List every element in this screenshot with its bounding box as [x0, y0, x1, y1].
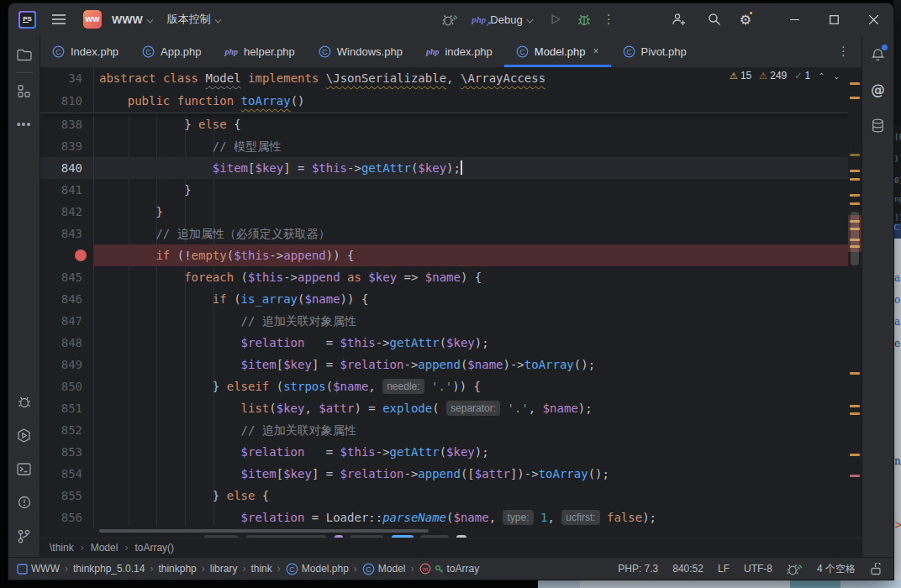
version-control-icon[interactable] [13, 525, 35, 547]
code-text-850[interactable]: } elseif (strpos($name, needle: '.')) { [94, 375, 848, 397]
debug-listener-icon[interactable] [440, 9, 460, 29]
code-text-854[interactable]: $item[$key] = $relation->append([$attr])… [94, 463, 848, 485]
horizontal-scrollbar[interactable] [99, 529, 429, 533]
gutter-850[interactable]: 850 [40, 375, 94, 397]
caret-position[interactable]: 840:52 [672, 563, 703, 575]
status-path-toArray[interactable]: mtoArray [419, 563, 480, 575]
database-icon[interactable] [867, 114, 889, 136]
add-user-icon[interactable] [669, 9, 689, 29]
breadcrumb-item[interactable]: toArray() [134, 542, 174, 554]
stripe-mark[interactable] [850, 405, 860, 407]
tab-App.php[interactable]: CApp.php [130, 35, 213, 67]
stripe-mark[interactable] [850, 170, 860, 172]
code-text-838[interactable]: } else { [94, 113, 848, 135]
gutter-851[interactable]: 851 [40, 397, 94, 419]
minimize-button[interactable] [775, 3, 814, 35]
code-text-852[interactable]: // 追加关联对象属性 [94, 419, 848, 441]
gutter-856[interactable]: 856 [40, 507, 94, 528]
status-path-Model[interactable]: CModel [362, 563, 406, 575]
code-text-840[interactable]: $item[$key] = $this->getAttr($key); [94, 157, 848, 179]
stripe-mark[interactable] [850, 454, 860, 456]
more-tools-icon[interactable]: ••• [13, 113, 35, 135]
code-text-842[interactable]: } [94, 201, 848, 223]
stripe-mark[interactable] [850, 412, 860, 415]
gutter-852[interactable]: 852 [40, 419, 94, 441]
status-path-WWW[interactable]: WWW [17, 563, 60, 575]
prev-problem-icon[interactable]: ⌃ [818, 71, 825, 81]
tab-Index.php[interactable]: CIndex.php [40, 35, 130, 67]
vertical-scrollbar-thumb[interactable] [851, 212, 859, 265]
gutter-841[interactable]: 841 [40, 179, 94, 201]
ai-assistant-icon[interactable]: @ [867, 79, 889, 101]
stripe-mark[interactable] [850, 97, 860, 99]
code-text-841[interactable]: } [94, 179, 848, 201]
code-text-846[interactable]: if (is_array($name)) { [94, 288, 848, 310]
debug-button[interactable] [574, 9, 594, 29]
gutter-847[interactable]: 847 [40, 310, 94, 332]
tab-Model.php[interactable]: CModel.php× [504, 35, 611, 67]
gutter-844[interactable] [40, 244, 94, 266]
breadcrumb-item[interactable]: Model [91, 542, 119, 554]
code-text-839[interactable]: // 模型属性 [94, 135, 848, 157]
gutter-838[interactable]: 838 [40, 113, 94, 135]
tab-Windows.php[interactable]: CWindows.php [307, 35, 414, 67]
vcs-widget[interactable]: 版本控制 [164, 8, 225, 30]
stripe-mark[interactable] [850, 154, 860, 156]
code-text-847[interactable]: // 追加关联对象属性 [94, 310, 848, 332]
run-button[interactable] [545, 9, 566, 29]
code-text-851[interactable]: list($key, $attr) = explode( separator: … [94, 397, 848, 419]
indent-style[interactable]: 4 个空格 [817, 562, 856, 576]
stripe-mark[interactable] [850, 475, 860, 477]
tab-list-more-icon[interactable]: ⋮ [837, 35, 861, 67]
code-text-849[interactable]: $item[$key] = $relation->append($name)->… [94, 354, 848, 375]
gutter-840[interactable]: 840 [40, 157, 94, 179]
php-version[interactable]: PHP: 7.3 [618, 563, 658, 575]
gutter-848[interactable]: 848 [40, 332, 94, 354]
terminal-icon[interactable] [13, 458, 35, 480]
debug-listener[interactable] [787, 562, 803, 576]
project-folder-icon[interactable] [13, 44, 35, 66]
status-path-think[interactable]: think [250, 563, 271, 575]
breadcrumb-item[interactable]: \think [50, 542, 74, 554]
gutter-845[interactable]: 845 [40, 266, 94, 288]
search-icon[interactable] [704, 9, 724, 29]
tab-index.php[interactable]: phpindex.php [414, 35, 504, 67]
more-actions-icon[interactable]: ⋮ [603, 12, 615, 27]
code-text-843[interactable]: // 追加属性（必须定义获取器） [94, 223, 848, 244]
gutter-853[interactable]: 853 [40, 441, 94, 463]
tab-Pivot.php[interactable]: CPivot.php [611, 35, 698, 67]
gutter-839[interactable]: 839 [40, 135, 94, 157]
close-tab-icon[interactable]: × [593, 45, 599, 57]
inspections-widget[interactable]: ⚠ 15 ⚠ 249 ✓ 1 ⌃ ⌃ [730, 70, 840, 81]
breakpoint-icon[interactable] [75, 249, 87, 261]
code-text-853[interactable]: $relation = $this->getAttr($key); [94, 441, 848, 463]
project-selector[interactable]: WWW [108, 10, 157, 29]
code-text-856[interactable]: $relation = Loader::parseName($name, typ… [94, 507, 848, 528]
next-problem-icon[interactable]: ⌃ [833, 71, 840, 81]
error-stripe[interactable] [848, 67, 861, 538]
gutter-854[interactable]: 854 [40, 463, 94, 485]
status-path-Model.php[interactable]: CModel.php [286, 563, 349, 575]
code-text-810[interactable]: public function toArray() [94, 90, 848, 113]
file-encoding[interactable]: UTF-8 [744, 563, 772, 575]
main-menu-icon[interactable] [48, 8, 70, 30]
gutter-855[interactable]: 855 [40, 485, 94, 507]
readonly-toggle[interactable] [870, 563, 882, 575]
code-text-855[interactable]: } else { [94, 485, 848, 507]
status-path-thinkphp[interactable]: thinkphp [158, 563, 196, 575]
services-icon[interactable] [13, 424, 35, 446]
gutter-849[interactable]: 849 [40, 354, 94, 375]
code-text-845[interactable]: foreach ($this->append as $key => $name)… [94, 266, 848, 288]
gutter-810[interactable]: 810 [40, 90, 94, 113]
tab-helper.php[interactable]: phphelper.php [213, 35, 307, 67]
settings-gear-icon[interactable]: ⚙ [740, 12, 751, 28]
gutter-843[interactable]: 843 [40, 223, 94, 244]
stripe-mark[interactable] [850, 202, 860, 205]
stripe-mark[interactable] [850, 82, 860, 85]
structure-icon[interactable] [13, 80, 35, 102]
line-separator[interactable]: LF [718, 563, 730, 575]
notifications-icon[interactable] [867, 44, 889, 66]
gutter-34[interactable]: 34 [40, 67, 94, 90]
status-path-library[interactable]: library [210, 563, 238, 575]
status-path-thinkphp_5.0.14[interactable]: thinkphp_5.0.14 [73, 563, 145, 575]
